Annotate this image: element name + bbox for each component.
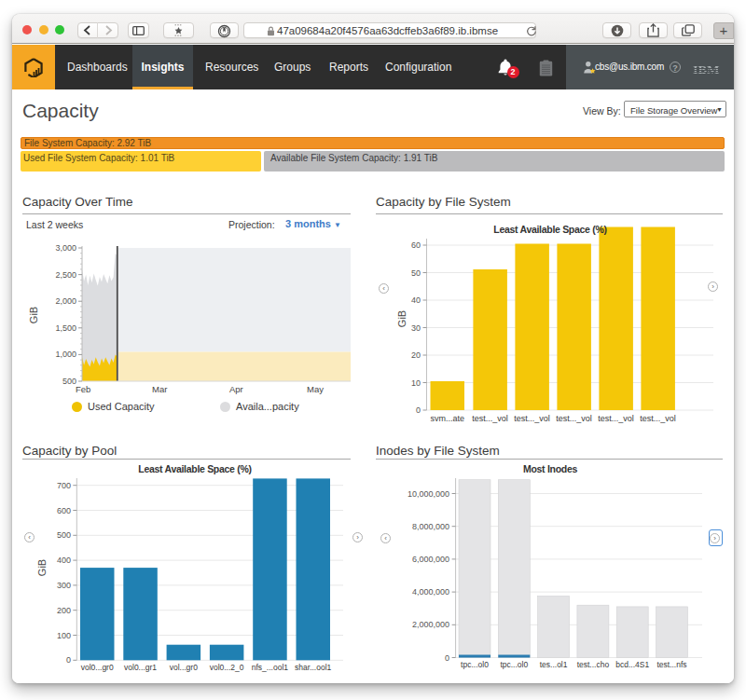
svg-text:Feb: Feb xyxy=(76,384,90,394)
svg-text:vol0...gr0: vol0...gr0 xyxy=(81,663,114,672)
svg-text:10: 10 xyxy=(411,378,421,388)
svg-text:2,000,000: 2,000,000 xyxy=(412,620,449,629)
svg-text:test...nfs: test...nfs xyxy=(656,660,686,669)
svg-text:0: 0 xyxy=(445,653,449,663)
svg-text:test..._vol: test..._vol xyxy=(472,414,508,423)
svg-text:500: 500 xyxy=(62,377,76,386)
svg-text:10,000,000: 10,000,000 xyxy=(408,489,449,499)
svg-text:20: 20 xyxy=(411,350,421,360)
svg-text:8,000,000: 8,000,000 xyxy=(412,522,449,531)
svg-text:2,500: 2,500 xyxy=(55,270,76,280)
svg-text:500: 500 xyxy=(57,530,71,540)
svg-text:100: 100 xyxy=(57,631,71,640)
svg-text:Apr: Apr xyxy=(229,384,243,394)
svg-text:Least Available Space (%): Least Available Space (%) xyxy=(493,224,606,235)
svg-text:0: 0 xyxy=(66,655,71,665)
svg-text:Least Available Space (%): Least Available Space (%) xyxy=(138,463,251,474)
svg-text:tes...ol1: tes...ol1 xyxy=(540,660,568,669)
svg-text:test..._vol: test..._vol xyxy=(598,414,634,423)
svg-text:700: 700 xyxy=(57,481,71,490)
svg-text:40: 40 xyxy=(411,295,421,305)
svg-text:test...cho: test...cho xyxy=(577,660,610,669)
svg-text:vol0...2_0: vol0...2_0 xyxy=(210,663,244,672)
svg-text:3,000: 3,000 xyxy=(55,243,76,253)
svg-text:200: 200 xyxy=(57,606,71,615)
svg-text:1,500: 1,500 xyxy=(55,323,76,333)
svg-text:May: May xyxy=(307,384,324,394)
svg-text:test..._vol: test..._vol xyxy=(640,414,676,423)
svg-text:test..._vol: test..._vol xyxy=(514,414,550,423)
svg-text:Mar: Mar xyxy=(152,384,167,394)
svg-text:svm...ate: svm...ate xyxy=(430,414,464,423)
svg-text:50: 50 xyxy=(411,268,421,278)
svg-text:vol0...gr1: vol0...gr1 xyxy=(124,663,157,672)
svg-text:6,000,000: 6,000,000 xyxy=(412,555,449,564)
svg-text:bcd...4S1: bcd...4S1 xyxy=(615,660,649,669)
svg-text:2,000: 2,000 xyxy=(55,296,76,306)
svg-text:4,000,000: 4,000,000 xyxy=(412,587,449,597)
svg-text:vol...gr0: vol...gr0 xyxy=(170,663,199,672)
svg-text:nfs_...ool1: nfs_...ool1 xyxy=(252,663,288,672)
svg-text:Most Inodes: Most Inodes xyxy=(523,463,577,474)
svg-text:tpc...ol0: tpc...ol0 xyxy=(500,660,528,669)
svg-text:300: 300 xyxy=(57,581,71,590)
svg-text:shar...ool1: shar...ool1 xyxy=(295,663,331,672)
svg-text:400: 400 xyxy=(57,556,71,565)
svg-text:test..._vol: test..._vol xyxy=(556,414,592,423)
svg-text:600: 600 xyxy=(57,506,71,515)
svg-text:60: 60 xyxy=(411,240,421,250)
svg-text:1,000: 1,000 xyxy=(55,350,76,359)
svg-text:30: 30 xyxy=(411,323,421,333)
svg-text:0: 0 xyxy=(416,405,421,415)
svg-text:tpc...ol0: tpc...ol0 xyxy=(461,660,489,669)
